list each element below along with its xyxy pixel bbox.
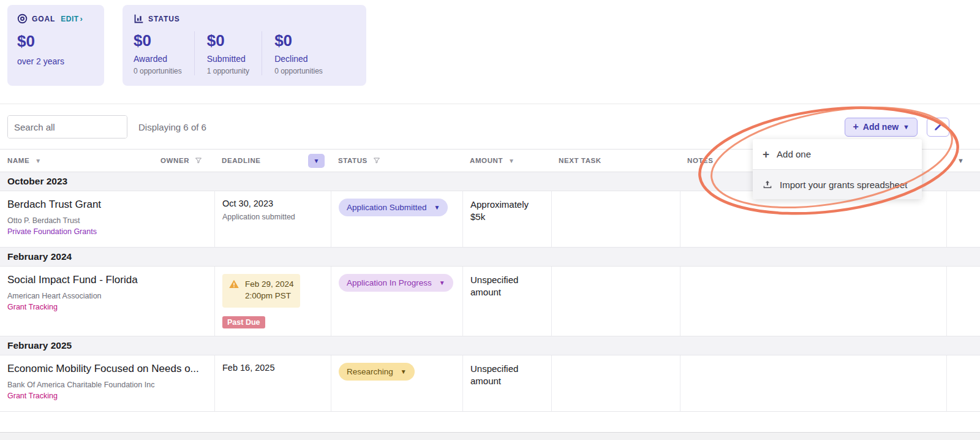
name-cell: Berdach Trust Grant Otto P. Berdach Trus… bbox=[0, 191, 214, 247]
goal-card-title: GOAL bbox=[32, 15, 55, 23]
group-header: February 2024 bbox=[0, 248, 980, 267]
grant-funder: Bank Of America Charitable Foundation In… bbox=[7, 381, 207, 389]
plus-icon: + bbox=[853, 121, 858, 132]
status-dropdown[interactable]: Application In Progress ▼ bbox=[339, 274, 453, 292]
amount-cell[interactable]: Approximately $5k bbox=[462, 191, 551, 247]
status-dropdown[interactable]: Application Submitted ▼ bbox=[339, 199, 448, 216]
chevron-right-icon: › bbox=[80, 14, 83, 23]
next-task-cell[interactable] bbox=[551, 191, 680, 247]
table-row: Berdach Trust Grant Otto P. Berdach Trus… bbox=[0, 191, 980, 248]
goal-card: GOAL EDIT› $0 over 2 years bbox=[7, 5, 104, 86]
column-settings-chevron[interactable]: ▼ bbox=[946, 157, 980, 164]
plus-icon: + bbox=[763, 148, 769, 160]
amount-cell[interactable]: Unspecified amount bbox=[462, 355, 551, 411]
status-cell: Researching ▼ bbox=[331, 355, 462, 411]
past-due-badge: Past Due bbox=[222, 316, 265, 328]
upload-icon bbox=[763, 180, 772, 189]
grant-funder: Otto P. Berdach Trust bbox=[7, 216, 207, 225]
name-cell: Social Impact Fund - Florida American He… bbox=[0, 267, 214, 336]
status-card-title: STATUS bbox=[148, 15, 180, 23]
grant-category-link[interactable]: Grant Tracking bbox=[7, 392, 58, 400]
goal-amount: $0 bbox=[17, 32, 94, 51]
pencil-icon bbox=[933, 122, 943, 132]
awarded-amount: $0 bbox=[134, 31, 182, 50]
column-header-owner[interactable]: OWNER bbox=[153, 157, 214, 164]
grant-funder: American Heart Association bbox=[7, 292, 207, 300]
chevron-down-icon: ▼ bbox=[439, 279, 445, 286]
chevron-down-icon: ▼ bbox=[401, 368, 407, 375]
column-header-deadline[interactable]: DEADLINE ▼ bbox=[214, 154, 331, 168]
deadline-time: 2:00pm PST bbox=[245, 291, 291, 300]
grant-name[interactable]: Social Impact Fund - Florida bbox=[7, 274, 207, 286]
sort-icon: ▼ bbox=[35, 157, 42, 164]
grant-category-link[interactable]: Private Foundation Grants bbox=[7, 227, 97, 236]
goal-edit-link[interactable]: EDIT› bbox=[61, 14, 83, 23]
deadline-date: Feb 29, 2024 bbox=[245, 279, 294, 289]
displaying-count: Displaying 6 of 6 bbox=[138, 122, 206, 132]
grant-category-link[interactable]: Grant Tracking bbox=[7, 303, 58, 311]
amount-text: Unspecified amount bbox=[470, 274, 541, 299]
notes-cell[interactable] bbox=[680, 267, 946, 336]
add-new-dropdown: + Add one Import your grants spreadsheet bbox=[753, 139, 922, 199]
submitted-label: Submitted bbox=[207, 54, 249, 64]
table-row: Economic Mobility Focused on Needs o... … bbox=[0, 355, 980, 412]
submitted-amount: $0 bbox=[207, 31, 249, 50]
notes-cell[interactable] bbox=[680, 191, 946, 247]
amount-cell[interactable]: Unspecified amount bbox=[462, 267, 551, 336]
menu-item-add-one[interactable]: + Add one bbox=[753, 139, 922, 169]
funnel-icon[interactable] bbox=[373, 157, 380, 164]
row-end-cell bbox=[946, 191, 980, 247]
deadline-date: Oct 30, 2023 bbox=[222, 199, 323, 208]
edit-view-button[interactable] bbox=[927, 118, 949, 137]
column-header-next-task[interactable]: NEXT TASK bbox=[551, 157, 680, 164]
chevron-down-icon: ▼ bbox=[434, 204, 440, 211]
next-task-cell[interactable] bbox=[551, 355, 680, 411]
group-header: February 2025 bbox=[0, 336, 980, 355]
grant-name[interactable]: Berdach Trust Grant bbox=[7, 199, 207, 211]
awarded-count: 0 opportunities bbox=[134, 67, 182, 75]
deadline-warning-box: Feb 29, 2024 2:00pm PST bbox=[222, 274, 300, 308]
amount-text: Unspecified amount bbox=[470, 363, 541, 388]
deadline-date: Feb 16, 2025 bbox=[222, 363, 323, 373]
status-submitted: $0 Submitted 1 opportunity bbox=[207, 31, 262, 75]
search-box[interactable] bbox=[7, 115, 127, 138]
table-row: Social Impact Fund - Florida American He… bbox=[0, 267, 980, 336]
grant-name[interactable]: Economic Mobility Focused on Needs o... bbox=[7, 363, 207, 375]
funnel-icon[interactable] bbox=[195, 157, 202, 164]
deadline-cell[interactable]: Feb 29, 2024 2:00pm PST Past Due bbox=[214, 267, 331, 336]
row-end-cell bbox=[946, 267, 980, 336]
status-awarded: $0 Awarded 0 opportunities bbox=[134, 31, 195, 75]
deadline-cell[interactable]: Feb 16, 2025 bbox=[214, 355, 331, 411]
deadline-note: Application submitted bbox=[222, 213, 323, 221]
amount-text: Approximately $5k bbox=[470, 199, 541, 224]
name-cell: Economic Mobility Focused on Needs o... … bbox=[0, 355, 214, 411]
deadline-filter-button[interactable]: ▼ bbox=[308, 154, 325, 168]
search-input[interactable] bbox=[8, 116, 127, 138]
status-declined: $0 Declined 0 opportunities bbox=[274, 31, 335, 75]
status-cell: Application Submitted ▼ bbox=[331, 191, 462, 247]
warning-triangle-icon bbox=[228, 279, 239, 289]
sort-icon: ▼ bbox=[508, 157, 515, 164]
goal-period: over 2 years bbox=[17, 56, 94, 66]
declined-count: 0 opportunities bbox=[274, 67, 323, 75]
submitted-count: 1 opportunity bbox=[207, 67, 249, 75]
column-header-amount[interactable]: AMOUNT ▼ bbox=[462, 157, 551, 164]
declined-amount: $0 bbox=[274, 31, 323, 50]
column-header-name[interactable]: NAME ▼ bbox=[0, 157, 153, 164]
chevron-down-icon: ▼ bbox=[903, 123, 910, 131]
menu-item-import-spreadsheet[interactable]: Import your grants spreadsheet bbox=[753, 169, 922, 199]
bar-chart-icon bbox=[134, 13, 144, 24]
status-cell: Application In Progress ▼ bbox=[331, 267, 462, 336]
notes-cell[interactable] bbox=[680, 355, 946, 411]
summary-cards: GOAL EDIT› $0 over 2 years STATUS $0 Awa… bbox=[0, 0, 980, 86]
awarded-label: Awarded bbox=[134, 54, 182, 64]
next-task-cell[interactable] bbox=[551, 267, 680, 336]
status-card: STATUS $0 Awarded 0 opportunities $0 Sub… bbox=[123, 5, 366, 86]
add-new-button[interactable]: + Add new ▼ bbox=[845, 118, 918, 137]
horizontal-scrollbar[interactable] bbox=[0, 432, 980, 440]
target-icon bbox=[17, 13, 28, 24]
column-header-status[interactable]: STATUS bbox=[331, 157, 462, 164]
declined-label: Declined bbox=[274, 54, 323, 64]
deadline-cell[interactable]: Oct 30, 2023 Application submitted bbox=[214, 191, 331, 247]
status-dropdown[interactable]: Researching ▼ bbox=[339, 363, 415, 381]
